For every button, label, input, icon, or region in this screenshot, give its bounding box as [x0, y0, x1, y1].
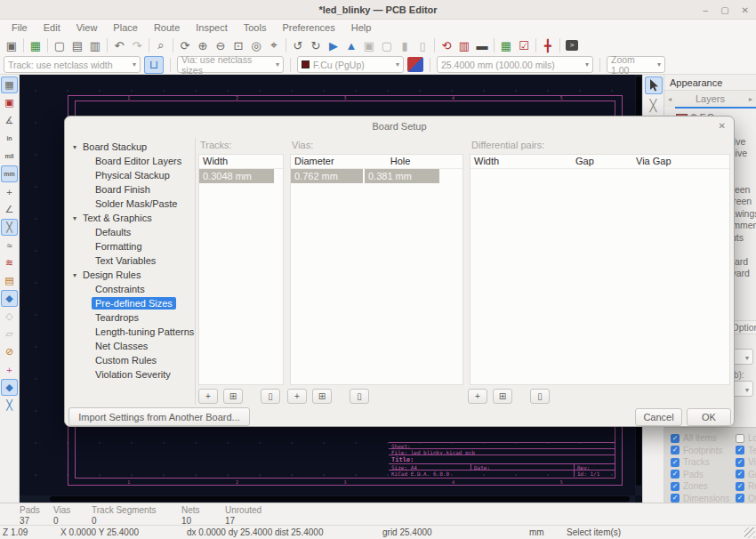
zoom-in-icon[interactable]: ⊕: [194, 37, 212, 54]
checkbox-icon[interactable]: ✓: [671, 434, 680, 443]
menu-inspect[interactable]: Inspect: [188, 22, 235, 33]
layer-pair-swap-icon[interactable]: [407, 57, 423, 72]
zone-outline-icon[interactable]: ◇: [1, 308, 18, 325]
board-setup-icon[interactable]: ▦: [27, 37, 44, 54]
insert-diff-pair-icon[interactable]: ⊞: [493, 389, 512, 404]
locked-items-icon[interactable]: ▣: [1, 94, 18, 111]
flip-board-icon[interactable]: ▶: [325, 37, 342, 54]
design-rules-checker-icon[interactable]: ☑: [515, 37, 533, 54]
checkbox-icon[interactable]: ✓: [671, 458, 680, 467]
tree-expander-icon[interactable]: ▾: [70, 214, 79, 222]
grid-icon[interactable]: ▦: [1, 76, 18, 93]
redo-icon[interactable]: ↷: [128, 37, 146, 54]
checkbox-icon[interactable]: ✓: [736, 434, 744, 443]
menu-preferences[interactable]: Preferences: [274, 22, 342, 33]
polar-coordinates-icon[interactable]: ∡: [1, 112, 18, 129]
tracks-width-header[interactable]: Width: [199, 155, 274, 168]
menu-help[interactable]: Help: [343, 22, 380, 33]
rotate-cw-icon[interactable]: ↻: [307, 37, 325, 54]
print-icon[interactable]: ▤: [68, 37, 86, 54]
zone-fill-icon[interactable]: ◆: [1, 290, 18, 307]
track-width-cell[interactable]: 0.3048 mm: [199, 169, 274, 183]
via-holes-icon[interactable]: ⊘: [1, 343, 18, 360]
tab-scroll-left-icon[interactable]: ◂: [664, 95, 675, 103]
crosshair-cursor-icon[interactable]: +: [1, 183, 18, 200]
pads-sketch-icon[interactable]: ▱: [1, 326, 18, 342]
plot-icon[interactable]: ▥: [86, 37, 104, 54]
mirror-icon[interactable]: ▲: [342, 37, 360, 54]
net-highlight-icon[interactable]: ≋: [1, 254, 18, 271]
units-mm-button[interactable]: mm: [1, 165, 18, 182]
close-icon[interactable]: ✕: [742, 5, 749, 15]
menu-place[interactable]: Place: [105, 22, 146, 33]
units-mils-button[interactable]: mil: [1, 148, 18, 165]
zoom-combo[interactable]: Zoom 1.00 ▾: [607, 56, 665, 73]
zoom-objects-icon[interactable]: ◎: [247, 37, 265, 54]
track-width-combo[interactable]: Track: use netclass width ▾: [4, 56, 141, 73]
unlock-icon[interactable]: ▯: [414, 37, 431, 54]
dialog-close-icon[interactable]: ✕: [719, 121, 726, 132]
zoom-fit-icon[interactable]: ⊡: [229, 37, 247, 54]
switch-to-schematic-icon[interactable]: ▦: [497, 37, 515, 54]
diff-width-header[interactable]: Width: [470, 155, 572, 168]
checkbox-icon[interactable]: ✓: [671, 494, 680, 503]
checkbox-icon[interactable]: ✓: [736, 446, 744, 455]
footprint-properties-icon[interactable]: ▬: [473, 37, 491, 54]
save-icon[interactable]: ▣: [3, 37, 20, 54]
checkbox-icon[interactable]: ✓: [736, 482, 744, 491]
page-settings-icon[interactable]: ▢: [51, 37, 68, 54]
menu-route[interactable]: Route: [146, 22, 188, 33]
import-settings-button[interactable]: Import Settings from Another Board...: [68, 407, 250, 426]
show-library-differences-icon[interactable]: ▥: [455, 37, 473, 54]
canvas-hscrollbar[interactable]: [20, 495, 635, 503]
diff-gap-header[interactable]: Gap: [572, 155, 632, 168]
checkbox-icon[interactable]: ✓: [671, 482, 680, 491]
high-contrast-mode-icon[interactable]: ◆: [1, 379, 18, 396]
via-diameter-cell[interactable]: 0.762 mm: [291, 169, 363, 183]
inactive-layer-mode-icon[interactable]: +: [1, 361, 18, 378]
tab-layers[interactable]: Layers: [675, 93, 745, 104]
checkbox-icon[interactable]: ✓: [736, 494, 744, 503]
maximize-icon[interactable]: ▢: [720, 5, 728, 15]
ok-button[interactable]: OK: [687, 408, 731, 426]
menu-file[interactable]: File: [4, 22, 36, 33]
ratsnest-show-icon[interactable]: ╳: [1, 219, 18, 236]
via-size-combo[interactable]: Via: use netclass sizes ▾: [177, 56, 284, 73]
trash-icon[interactable]: ▯: [261, 389, 280, 404]
cancel-button[interactable]: Cancel: [635, 408, 682, 426]
zoom-selection-icon[interactable]: ⌖: [265, 37, 283, 54]
diff-viagap-header[interactable]: Via Gap: [632, 155, 675, 168]
menu-tools[interactable]: Tools: [236, 22, 275, 33]
checkbox-icon[interactable]: ✓: [736, 470, 744, 479]
find-icon[interactable]: ⌕: [152, 37, 170, 54]
select-cursor-icon[interactable]: [645, 76, 663, 94]
trash-icon[interactable]: ▯: [350, 389, 369, 404]
net-color-mode-icon[interactable]: ▤: [1, 272, 18, 289]
vias-diameter-header[interactable]: Diameter: [291, 155, 363, 168]
hscroll-thumb[interactable]: [50, 496, 630, 502]
auto-track-width-toggle[interactable]: ⊔: [144, 56, 164, 74]
checkbox-icon[interactable]: ✓: [671, 446, 680, 455]
active-layer-combo[interactable]: F.Cu (PgUp) ▾: [297, 56, 404, 73]
trash-icon[interactable]: ▯: [530, 389, 550, 404]
minimize-icon[interactable]: –: [704, 5, 709, 15]
tree-expander-icon[interactable]: ▾: [70, 143, 79, 151]
checkbox-icon[interactable]: ✓: [736, 458, 744, 467]
local-ratsnest-icon[interactable]: ╳: [645, 96, 663, 114]
via-hole-cell[interactable]: 0.381 mm: [365, 169, 439, 183]
insert-track-size-icon[interactable]: ⊞: [223, 389, 243, 404]
update-pcb-from-schematic-icon[interactable]: ⟲: [438, 37, 455, 54]
rotate-ccw-icon[interactable]: ↺: [289, 37, 307, 54]
menu-view[interactable]: View: [68, 22, 106, 33]
highlight-net-icon[interactable]: ╋: [539, 37, 557, 54]
ungroup-icon[interactable]: ▢: [378, 37, 396, 54]
checkbox-icon[interactable]: ✓: [671, 470, 680, 479]
undo-icon[interactable]: ↶: [110, 37, 128, 54]
insert-via-size-icon[interactable]: ⊞: [312, 389, 332, 404]
tree-expander-icon[interactable]: ▾: [70, 271, 79, 279]
menu-edit[interactable]: Edit: [36, 22, 68, 33]
refresh-icon[interactable]: ⟳: [176, 37, 194, 54]
add-diff-pair-button[interactable]: +: [468, 389, 487, 404]
units-inches-button[interactable]: in: [1, 130, 18, 147]
zoom-out-icon[interactable]: ⊖: [212, 37, 229, 54]
